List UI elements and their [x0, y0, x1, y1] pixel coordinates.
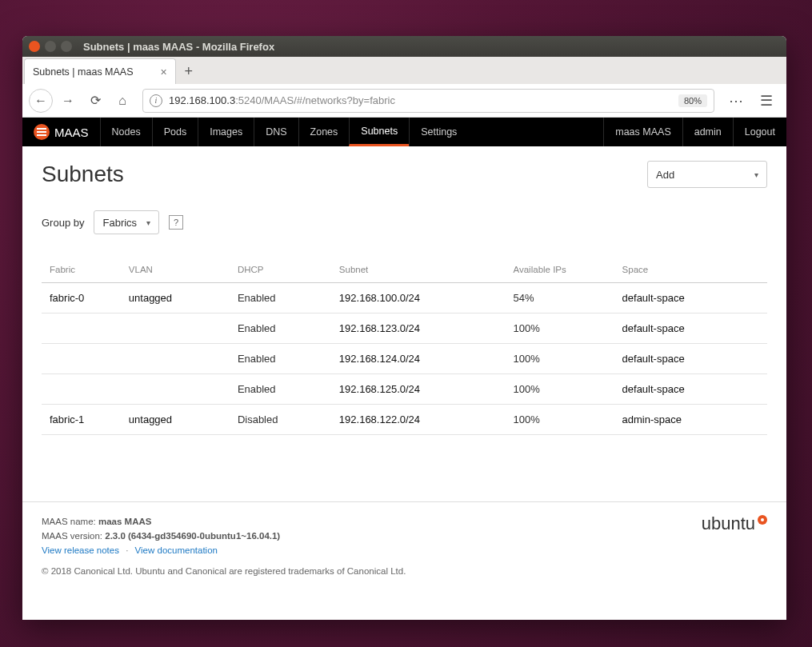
footer-version-line: MAAS version: 2.3.0 (6434-gd354690-0ubun… [42, 531, 767, 541]
cell-subnet[interactable]: 192.168.124.0/24 [339, 344, 514, 374]
table-header-row: Fabric VLAN DHCP Subnet Available IPs Sp… [42, 258, 767, 283]
col-vlan: VLAN [129, 258, 238, 283]
cell-fabric [42, 344, 129, 374]
cell-avail: 100% [514, 405, 622, 435]
group-by-value: Fabrics [102, 217, 137, 229]
help-icon[interactable]: ? [169, 215, 183, 230]
table-row: Enabled192.168.123.0/24100%default-space [42, 314, 767, 344]
add-dropdown[interactable]: Add ▾ [647, 161, 767, 188]
cell-vlan[interactable]: untagged [129, 283, 238, 314]
cell-avail: 100% [514, 374, 622, 405]
group-by-row: Group by Fabrics ▾ ? [42, 210, 767, 234]
user-link[interactable]: admin [682, 118, 733, 146]
ubuntu-circle-icon [758, 515, 767, 525]
group-by-select[interactable]: Fabrics ▾ [94, 210, 159, 234]
new-tab-button[interactable]: + [176, 58, 202, 84]
browser-tab[interactable]: Subnets | maas MAAS × [24, 58, 176, 84]
footer-name-value: maas MAAS [98, 517, 151, 526]
nav-forward-button[interactable]: → [56, 89, 80, 113]
cell-subnet[interactable]: 192.168.123.0/24 [339, 314, 514, 344]
nav-item-nodes[interactable]: Nodes [100, 118, 152, 146]
col-avail: Available IPs [514, 258, 622, 283]
browser-tabstrip: Subnets | maas MAAS × + [22, 57, 786, 84]
page-viewport: MAAS NodesPodsImagesDNSZonesSubnetsSetti… [22, 118, 786, 620]
group-by-label: Group by [42, 217, 84, 229]
footer-links: View release notes · View documentation [42, 545, 767, 555]
cell-space[interactable]: default-space [622, 314, 767, 344]
footer-version-label: MAAS version: [42, 531, 102, 541]
window-minimize-icon[interactable] [45, 41, 56, 52]
nav-home-button[interactable]: ⌂ [110, 89, 134, 113]
window-title: Subnets | maas MAAS - Mozilla Firefox [83, 41, 274, 53]
cell-vlan [129, 314, 238, 344]
col-fabric: Fabric [42, 258, 129, 283]
url-path: :5240/MAAS/#/networks?by=fabric [235, 94, 395, 106]
col-space: Space [622, 258, 767, 283]
ubuntu-logo: ubuntu [702, 513, 767, 534]
footer-copyright: © 2018 Canonical Ltd. Ubuntu and Canonic… [42, 566, 767, 576]
col-subnet: Subnet [339, 258, 514, 283]
cell-dhcp: Disabled [238, 405, 339, 435]
cell-space[interactable]: default-space [622, 283, 767, 314]
chevron-down-icon: ▾ [754, 170, 758, 179]
table-row: fabric-0untaggedEnabled192.168.100.0/245… [42, 283, 767, 314]
documentation-link[interactable]: View documentation [135, 545, 218, 555]
url-bar[interactable]: i 192.168.100.3:5240/MAAS/#/networks?by=… [142, 89, 714, 113]
cell-space[interactable]: default-space [622, 344, 767, 374]
maas-logo[interactable]: MAAS [22, 118, 100, 146]
table-row: fabric-1untaggedDisabled192.168.122.0/24… [42, 405, 767, 435]
cell-subnet[interactable]: 192.168.100.0/24 [339, 283, 514, 314]
window-close-icon[interactable] [29, 41, 40, 52]
zoom-badge[interactable]: 80% [678, 94, 707, 107]
cell-avail: 54% [514, 283, 622, 314]
add-dropdown-label: Add [656, 169, 674, 181]
maas-brand-text: MAAS [54, 126, 89, 139]
page-title: Subnets [42, 162, 124, 187]
cell-space[interactable]: admin-space [622, 405, 767, 435]
org-link[interactable]: maas MAAS [603, 118, 682, 146]
cell-vlan [129, 344, 238, 374]
footer-version-value: 2.3.0 (6434-gd354690-0ubuntu1~16.04.1) [105, 531, 280, 541]
url-host: 192.168.100.3 [169, 94, 235, 106]
maas-header: MAAS NodesPodsImagesDNSZonesSubnetsSetti… [22, 118, 786, 146]
maas-footer: MAAS name: maas MAAS MAAS version: 2.3.0… [22, 501, 786, 595]
page-body: Subnets Add ▾ Group by Fabrics ▾ ? Fabri… [22, 146, 786, 457]
ubuntu-text: ubuntu [702, 513, 755, 534]
nav-item-zones[interactable]: Zones [298, 118, 350, 146]
browser-toolbar: ← → ⟳ ⌂ i 192.168.100.3:5240/MAAS/#/netw… [22, 84, 786, 118]
cell-fabric [42, 314, 129, 344]
table-row: Enabled192.168.125.0/24100%default-space [42, 374, 767, 405]
footer-name-line: MAAS name: maas MAAS [42, 517, 767, 526]
site-info-icon[interactable]: i [150, 94, 162, 107]
logout-link[interactable]: Logout [733, 118, 786, 146]
cell-fabric[interactable]: fabric-0 [42, 283, 129, 314]
browser-tab-label: Subnets | maas MAAS [33, 66, 134, 78]
tab-close-icon[interactable]: × [161, 66, 167, 78]
nav-item-pods[interactable]: Pods [152, 118, 198, 146]
cell-avail: 100% [514, 314, 622, 344]
cell-space[interactable]: default-space [622, 374, 767, 405]
cell-dhcp: Enabled [238, 283, 339, 314]
nav-reload-button[interactable]: ⟳ [83, 89, 107, 113]
nav-item-settings[interactable]: Settings [409, 118, 468, 146]
cell-subnet[interactable]: 192.168.122.0/24 [339, 405, 514, 435]
window-maximize-icon[interactable] [61, 41, 72, 52]
cell-fabric[interactable]: fabric-1 [42, 405, 129, 435]
maas-logo-icon [34, 124, 50, 140]
page-actions-button[interactable]: ⋯ [722, 89, 750, 113]
firefox-window: Subnets | maas MAAS - Mozilla Firefox Su… [22, 36, 786, 620]
hamburger-menu-button[interactable]: ☰ [753, 89, 780, 113]
window-titlebar: Subnets | maas MAAS - Mozilla Firefox [22, 36, 786, 57]
cell-vlan[interactable]: untagged [129, 405, 238, 435]
nav-back-button[interactable]: ← [29, 89, 53, 113]
chevron-down-icon: ▾ [146, 218, 150, 227]
nav-item-images[interactable]: Images [198, 118, 254, 146]
cell-avail: 100% [514, 344, 622, 374]
cell-subnet[interactable]: 192.168.125.0/24 [339, 374, 514, 405]
nav-item-dns[interactable]: DNS [254, 118, 298, 146]
cell-dhcp: Enabled [238, 374, 339, 405]
page-head: Subnets Add ▾ [42, 161, 767, 188]
nav-item-subnets[interactable]: Subnets [349, 118, 409, 146]
release-notes-link[interactable]: View release notes [42, 545, 119, 555]
maas-primary-nav: NodesPodsImagesDNSZonesSubnetsSettings [100, 118, 469, 146]
